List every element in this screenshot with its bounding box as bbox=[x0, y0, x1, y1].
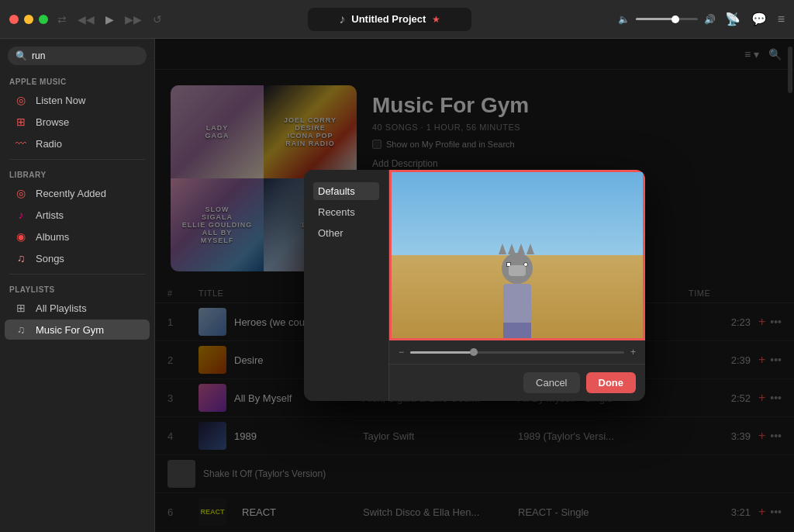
sidebar-item-songs[interactable]: ♫ Songs bbox=[5, 248, 150, 268]
sidebar-item-radio[interactable]: 〰 Radio bbox=[5, 133, 150, 154]
apple-music-label: Apple Music bbox=[0, 71, 154, 89]
library-label: Library bbox=[0, 164, 154, 182]
playlists-label: Playlists bbox=[0, 279, 154, 297]
modal-sidebar-recents[interactable]: Recents bbox=[313, 203, 379, 221]
modal-sidebar: Defaults Recents Other bbox=[304, 170, 389, 401]
radio-icon: 〰 bbox=[14, 137, 28, 150]
airplay-icon[interactable]: 📡 bbox=[725, 12, 740, 26]
cancel-button[interactable]: Cancel bbox=[523, 372, 579, 393]
sidebar-item-label: Browse bbox=[36, 116, 69, 128]
titlebar-right: 📡 💬 ≡ bbox=[725, 12, 785, 26]
sidebar-item-music-for-gym[interactable]: ♫ Music For Gym bbox=[5, 320, 150, 340]
img-minus-icon[interactable]: − bbox=[399, 347, 404, 358]
sidebar-item-label: Artists bbox=[36, 209, 64, 221]
sidebar-divider-1 bbox=[9, 159, 145, 160]
modal-footer: Cancel Done bbox=[389, 364, 645, 401]
sidebar-item-albums[interactable]: ◉ Albums bbox=[5, 226, 150, 247]
modal-main: − + Cancel Done bbox=[389, 170, 645, 401]
modal-image-area bbox=[389, 170, 645, 340]
queue-icon[interactable]: ≡ bbox=[778, 12, 785, 26]
volume-low-icon: 🔈 bbox=[618, 14, 630, 25]
spike-2 bbox=[508, 244, 516, 254]
sidebar: 🔍 ✕ Apple Music ◎ Listen Now ⊞ Browse 〰 … bbox=[0, 39, 155, 532]
sidebar-item-listen-now[interactable]: ◎ Listen Now bbox=[5, 90, 150, 110]
artists-icon: ♪ bbox=[14, 209, 28, 221]
modal-sidebar-defaults[interactable]: Defaults bbox=[313, 182, 379, 200]
modal-overlay: Defaults Recents Other bbox=[155, 39, 794, 532]
play-icon[interactable]: ▶ bbox=[105, 13, 114, 26]
listen-now-icon: ◎ bbox=[14, 94, 28, 106]
star-icon[interactable]: ★ bbox=[432, 14, 440, 25]
main-layout: 🔍 ✕ Apple Music ◎ Listen Now ⊞ Browse 〰 … bbox=[0, 39, 794, 532]
sidebar-item-all-playlists[interactable]: ⊞ All Playlists bbox=[5, 298, 150, 318]
music-note-icon: ♪ bbox=[339, 12, 345, 26]
sidebar-item-label: Listen Now bbox=[36, 95, 85, 106]
char-torso bbox=[503, 284, 531, 323]
sidebar-item-artists[interactable]: ♪ Artists bbox=[5, 205, 150, 225]
songs-icon: ♫ bbox=[14, 252, 28, 264]
sidebar-item-label: Recently Added bbox=[36, 188, 106, 199]
volume-high-icon: 🔊 bbox=[704, 14, 716, 25]
spike-4 bbox=[526, 244, 534, 254]
search-input[interactable] bbox=[32, 50, 148, 61]
char-legs bbox=[503, 323, 531, 338]
all-playlists-icon: ⊞ bbox=[14, 302, 28, 314]
sidebar-item-label: Music For Gym bbox=[36, 324, 104, 336]
sidebar-item-label: All Playlists bbox=[36, 302, 87, 314]
sidebar-item-browse[interactable]: ⊞ Browse bbox=[5, 112, 150, 132]
sidebar-item-label: Songs bbox=[36, 253, 64, 264]
volume-control[interactable]: 🔈 🔊 bbox=[618, 14, 716, 25]
done-button[interactable]: Done bbox=[586, 372, 637, 393]
char-mask bbox=[509, 265, 526, 276]
modal-sidebar-other[interactable]: Other bbox=[313, 224, 379, 242]
tab-area: ♪ Untitled Project ★ bbox=[174, 8, 606, 31]
spike-1 bbox=[499, 244, 506, 254]
modal-image-controls: − + bbox=[389, 340, 645, 364]
close-button[interactable] bbox=[9, 15, 19, 24]
volume-slider[interactable] bbox=[636, 18, 698, 20]
lyrics-icon[interactable]: 💬 bbox=[751, 12, 767, 26]
sidebar-item-recently-added[interactable]: ◎ Recently Added bbox=[5, 183, 150, 203]
sidebar-item-label: Albums bbox=[36, 231, 69, 243]
sidebar-divider-2 bbox=[9, 274, 145, 275]
search-box[interactable]: 🔍 ✕ bbox=[8, 47, 147, 65]
img-plus-icon[interactable]: + bbox=[630, 347, 636, 358]
recently-added-icon: ◎ bbox=[14, 187, 28, 199]
current-tab[interactable]: ♪ Untitled Project ★ bbox=[308, 8, 471, 31]
albums-icon: ◉ bbox=[14, 230, 28, 243]
modal-container: Defaults Recents Other bbox=[304, 170, 645, 401]
sidebar-item-label: Radio bbox=[36, 138, 62, 150]
window-controls bbox=[9, 15, 48, 24]
minimize-button[interactable] bbox=[24, 15, 33, 24]
shuffle-icon[interactable]: ⇄ bbox=[57, 13, 67, 26]
hair-spikes bbox=[499, 244, 534, 254]
playback-controls: ⇄ ◀◀ ▶ ▶▶ ↺ bbox=[57, 13, 162, 26]
anime-image bbox=[389, 170, 645, 340]
next-icon[interactable]: ▶▶ bbox=[125, 13, 142, 26]
search-icon: 🔍 bbox=[16, 50, 27, 61]
spike-3 bbox=[517, 244, 525, 254]
repeat-icon[interactable]: ↺ bbox=[153, 13, 162, 26]
prev-icon[interactable]: ◀◀ bbox=[78, 13, 95, 26]
titlebar: ⇄ ◀◀ ▶ ▶▶ ↺ ♪ Untitled Project ★ 🔈 🔊 📡 💬… bbox=[0, 0, 794, 39]
content-area: ≡ ▾ 🔍 LADYGAGA JOEL CORRYDESIREICONA POP… bbox=[155, 39, 794, 532]
tab-title: Untitled Project bbox=[351, 13, 426, 25]
maximize-button[interactable] bbox=[39, 15, 48, 24]
gym-playlist-icon: ♫ bbox=[14, 323, 28, 336]
browse-icon: ⊞ bbox=[14, 116, 28, 128]
image-slider[interactable] bbox=[410, 351, 624, 354]
